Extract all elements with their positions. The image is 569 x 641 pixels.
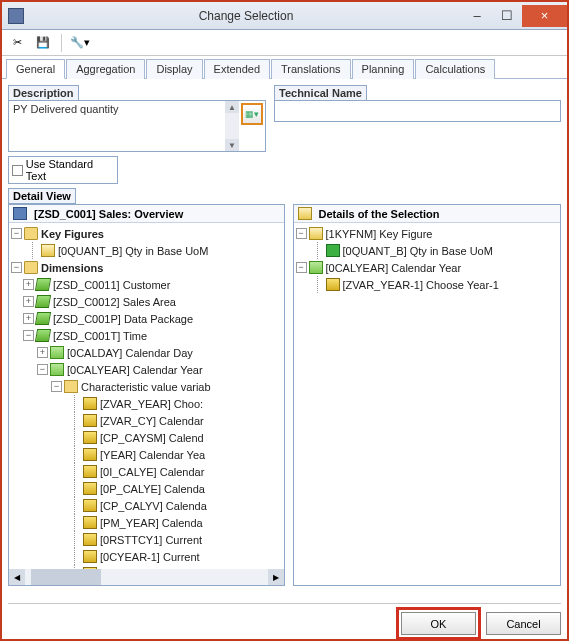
toolbar: ✂ 💾 🔧▾ [2, 30, 567, 56]
cut-icon[interactable]: ✂ [6, 33, 28, 53]
collapse-icon[interactable]: − [37, 364, 48, 375]
folder-icon [24, 261, 38, 274]
window-title: Change Selection [30, 9, 462, 23]
dimension-icon [35, 312, 51, 325]
keyfigure-item-icon [326, 244, 340, 257]
tab-planning[interactable]: Planning [352, 59, 415, 79]
tab-extended[interactable]: Extended [204, 59, 270, 79]
collapse-icon[interactable]: − [296, 262, 307, 273]
horizontal-scrollbar[interactable]: ◀▶ [9, 569, 284, 585]
collapse-icon[interactable]: − [296, 228, 307, 239]
selection-tree-panel: Details of the Selection −[1KYFNM] Key F… [293, 204, 562, 586]
dialog-footer: OK Cancel [8, 603, 561, 635]
source-tree[interactable]: −Key Figures [0QUANT_B] Qty in Base UoM … [9, 223, 284, 569]
minimize-button[interactable]: – [462, 5, 492, 27]
expand-icon[interactable]: + [23, 296, 34, 307]
characteristic-icon [50, 346, 64, 359]
variable-icon [83, 499, 97, 512]
technical-name-input[interactable] [274, 100, 561, 122]
use-standard-text-checkbox[interactable]: Use Standard Text [8, 156, 118, 184]
variable-icon [83, 397, 97, 410]
variable-icon [326, 278, 340, 291]
checkbox-icon [12, 165, 23, 176]
source-tree-title: [ZSD_C001] Sales: Overview [9, 205, 284, 223]
description-scrollbar[interactable]: ▲▼ [225, 101, 239, 151]
selection-tree-title: Details of the Selection [294, 205, 561, 223]
description-input[interactable]: PY Delivered quantity [9, 101, 225, 151]
variable-icon [83, 414, 97, 427]
dimension-icon [35, 295, 51, 308]
variable-icon [83, 431, 97, 444]
tab-strip: General Aggregation Display Extended Tra… [2, 56, 567, 79]
dimension-icon [35, 278, 51, 291]
settings-icon[interactable]: 🔧▾ [69, 33, 91, 53]
app-icon [8, 8, 24, 24]
description-box: PY Delivered quantity ▲▼ ▦▾ [8, 100, 266, 152]
variable-icon [83, 516, 97, 529]
description-label: Description [8, 85, 79, 100]
keyfigure-icon [41, 244, 55, 257]
characteristic-icon [309, 261, 323, 274]
collapse-icon[interactable]: − [51, 381, 62, 392]
close-button[interactable]: × [522, 5, 567, 27]
cancel-button[interactable]: Cancel [486, 612, 561, 635]
save-icon[interactable]: 💾 [32, 33, 54, 53]
folder-icon [64, 380, 78, 393]
technical-name-label: Technical Name [274, 85, 367, 100]
expand-icon[interactable]: + [37, 347, 48, 358]
tab-translations[interactable]: Translations [271, 59, 351, 79]
collapse-icon[interactable]: − [11, 228, 22, 239]
collapse-icon[interactable]: − [23, 330, 34, 341]
tab-general[interactable]: General [6, 59, 65, 79]
title-bar: Change Selection – ☐ × [2, 2, 567, 30]
variable-icon [83, 533, 97, 546]
expand-icon[interactable]: + [23, 279, 34, 290]
description-helper-button[interactable]: ▦▾ [241, 103, 263, 125]
source-tree-panel: [ZSD_C001] Sales: Overview −Key Figures … [8, 204, 285, 586]
collapse-icon[interactable]: − [11, 262, 22, 273]
tab-aggregation[interactable]: Aggregation [66, 59, 145, 79]
folder-icon [24, 227, 38, 240]
expand-icon[interactable]: + [23, 313, 34, 324]
characteristic-icon [50, 363, 64, 376]
variable-icon [83, 550, 97, 563]
variable-icon [83, 465, 97, 478]
cube-icon [13, 207, 27, 220]
keyfigure-icon [309, 227, 323, 240]
selection-icon [298, 207, 312, 220]
variable-icon [83, 482, 97, 495]
use-standard-text-label: Use Standard Text [26, 158, 114, 182]
maximize-button[interactable]: ☐ [492, 5, 522, 27]
ok-button[interactable]: OK [401, 612, 476, 635]
detail-view-label: Detail View [8, 188, 76, 204]
variable-icon [83, 448, 97, 461]
tab-display[interactable]: Display [146, 59, 202, 79]
tab-calculations[interactable]: Calculations [415, 59, 495, 79]
dimension-icon [35, 329, 51, 342]
selection-tree[interactable]: −[1KYFNM] Key Figure [0QUANT_B] Qty in B… [294, 223, 561, 585]
